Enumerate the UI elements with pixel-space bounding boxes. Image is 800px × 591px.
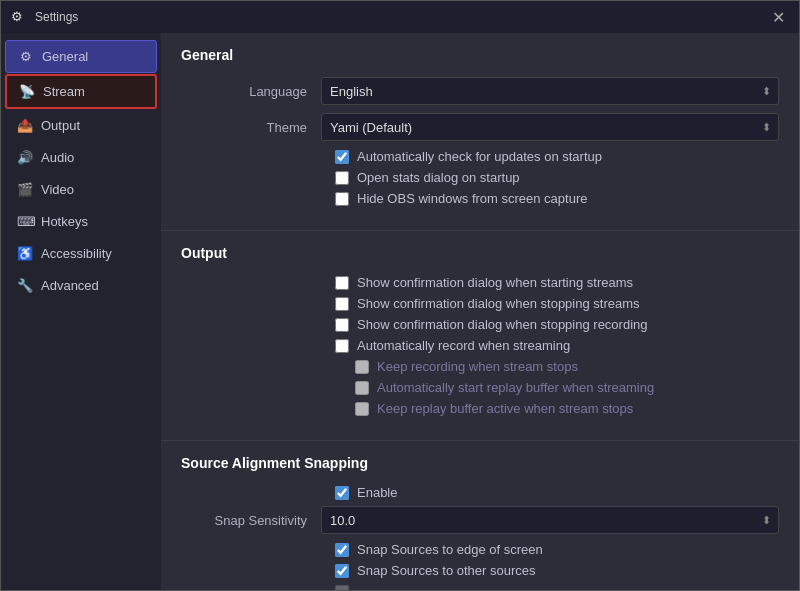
general-icon: ⚙	[18, 49, 34, 64]
theme-row: Theme Yami (Default)	[181, 113, 779, 141]
audio-icon: 🔊	[17, 150, 33, 165]
checkbox-confirm-stop-recording-label: Show confirmation dialog when stopping r…	[357, 317, 648, 332]
main-panel: General Language English Theme Yami (Def…	[161, 33, 799, 590]
checkbox-hide-obs-row: Hide OBS windows from screen capture	[181, 191, 779, 206]
sidebar-label-advanced: Advanced	[41, 278, 99, 293]
checkbox-snap-sources[interactable]	[335, 564, 349, 578]
checkbox-snap-sources-row: Snap Sources to other sources	[181, 563, 779, 578]
checkbox-snap-edge[interactable]	[335, 543, 349, 557]
checkbox-keep-replay-active-label: Keep replay buffer active when stream st…	[377, 401, 633, 416]
checkbox-snap-extra-row: —	[181, 584, 779, 590]
sidebar-item-advanced[interactable]: 🔧 Advanced	[5, 270, 157, 301]
checkbox-auto-record-label: Automatically record when streaming	[357, 338, 570, 353]
theme-label: Theme	[181, 120, 321, 135]
checkbox-auto-record[interactable]	[335, 339, 349, 353]
sidebar-label-stream: Stream	[43, 84, 85, 99]
checkbox-auto-start-replay-label: Automatically start replay buffer when s…	[377, 380, 654, 395]
sidebar-item-accessibility[interactable]: ♿ Accessibility	[5, 238, 157, 269]
accessibility-icon: ♿	[17, 246, 33, 261]
checkbox-snapping-enable-label: Enable	[357, 485, 397, 500]
hotkeys-icon: ⌨	[17, 214, 33, 229]
general-section-title: General	[181, 47, 779, 63]
checkbox-confirm-start-label: Show confirmation dialog when starting s…	[357, 275, 633, 290]
snap-sensitivity-wrapper: 10.0	[321, 506, 779, 534]
sidebar-item-output[interactable]: 📤 Output	[5, 110, 157, 141]
language-select[interactable]: English	[321, 77, 779, 105]
output-section-title: Output	[181, 245, 779, 261]
checkbox-snap-extra-label: —	[357, 584, 370, 590]
sidebar-label-general: General	[42, 49, 88, 64]
checkbox-auto-update-label: Automatically check for updates on start…	[357, 149, 602, 164]
advanced-icon: 🔧	[17, 278, 33, 293]
checkbox-stats-dialog-row: Open stats dialog on startup	[181, 170, 779, 185]
checkbox-stats-dialog-label: Open stats dialog on startup	[357, 170, 520, 185]
theme-select-wrapper: Yami (Default)	[321, 113, 779, 141]
snapping-section-title: Source Alignment Snapping	[181, 455, 779, 471]
checkbox-snap-sources-label: Snap Sources to other sources	[357, 563, 536, 578]
checkbox-auto-start-replay[interactable]	[355, 381, 369, 395]
language-label: Language	[181, 84, 321, 99]
sidebar-label-hotkeys: Hotkeys	[41, 214, 88, 229]
titlebar: ⚙ Settings ✕	[1, 1, 799, 33]
checkbox-confirm-start-row: Show confirmation dialog when starting s…	[181, 275, 779, 290]
checkbox-confirm-stop-stream-label: Show confirmation dialog when stopping s…	[357, 296, 640, 311]
checkbox-stats-dialog[interactable]	[335, 171, 349, 185]
checkbox-confirm-stop-recording[interactable]	[335, 318, 349, 332]
checkbox-confirm-stop-stream[interactable]	[335, 297, 349, 311]
close-button[interactable]: ✕	[768, 8, 789, 27]
checkbox-keep-replay-active-row: Keep replay buffer active when stream st…	[181, 401, 779, 416]
checkbox-auto-update-row: Automatically check for updates on start…	[181, 149, 779, 164]
checkbox-snap-extra[interactable]	[335, 585, 349, 591]
sidebar-label-accessibility: Accessibility	[41, 246, 112, 261]
checkbox-hide-obs[interactable]	[335, 192, 349, 206]
sidebar-item-audio[interactable]: 🔊 Audio	[5, 142, 157, 173]
language-row: Language English	[181, 77, 779, 105]
sidebar-label-output: Output	[41, 118, 80, 133]
sidebar-item-hotkeys[interactable]: ⌨ Hotkeys	[5, 206, 157, 237]
checkbox-auto-record-row: Automatically record when streaming	[181, 338, 779, 353]
checkbox-confirm-stop-stream-row: Show confirmation dialog when stopping s…	[181, 296, 779, 311]
sidebar-item-stream[interactable]: 📡 Stream	[5, 74, 157, 109]
checkbox-keep-recording-label: Keep recording when stream stops	[377, 359, 578, 374]
titlebar-title: Settings	[35, 10, 78, 24]
sidebar-item-video[interactable]: 🎬 Video	[5, 174, 157, 205]
checkbox-snap-edge-label: Snap Sources to edge of screen	[357, 542, 543, 557]
stream-icon: 📡	[19, 84, 35, 99]
checkbox-auto-start-replay-row: Automatically start replay buffer when s…	[181, 380, 779, 395]
output-icon: 📤	[17, 118, 33, 133]
checkbox-keep-replay-active[interactable]	[355, 402, 369, 416]
checkbox-snapping-enable-row: Enable	[181, 485, 779, 500]
checkbox-hide-obs-label: Hide OBS windows from screen capture	[357, 191, 587, 206]
video-icon: 🎬	[17, 182, 33, 197]
checkbox-auto-update[interactable]	[335, 150, 349, 164]
language-select-wrapper: English	[321, 77, 779, 105]
sidebar: ⚙ General 📡 Stream 📤 Output 🔊 Audio 🎬 Vi	[1, 33, 161, 590]
sidebar-label-audio: Audio	[41, 150, 74, 165]
sidebar-label-video: Video	[41, 182, 74, 197]
checkbox-keep-recording-row: Keep recording when stream stops	[181, 359, 779, 374]
theme-select[interactable]: Yami (Default)	[321, 113, 779, 141]
settings-window: ⚙ Settings ✕ ⚙ General 📡 Stream 📤 Output	[0, 0, 800, 591]
checkbox-confirm-stop-recording-row: Show confirmation dialog when stopping r…	[181, 317, 779, 332]
checkbox-snap-edge-row: Snap Sources to edge of screen	[181, 542, 779, 557]
snap-sensitivity-label: Snap Sensitivity	[181, 513, 321, 528]
general-section: General Language English Theme Yami (Def…	[161, 33, 799, 231]
checkbox-keep-recording[interactable]	[355, 360, 369, 374]
checkbox-confirm-start[interactable]	[335, 276, 349, 290]
snapping-section: Source Alignment Snapping Enable Snap Se…	[161, 441, 799, 590]
output-section: Output Show confirmation dialog when sta…	[161, 231, 799, 441]
snap-sensitivity-select[interactable]: 10.0	[321, 506, 779, 534]
sidebar-item-general[interactable]: ⚙ General	[5, 40, 157, 73]
titlebar-left: ⚙ Settings	[11, 9, 78, 25]
settings-icon: ⚙	[11, 9, 27, 25]
main-content: ⚙ General 📡 Stream 📤 Output 🔊 Audio 🎬 Vi	[1, 33, 799, 590]
checkbox-snapping-enable[interactable]	[335, 486, 349, 500]
snap-sensitivity-row: Snap Sensitivity 10.0	[181, 506, 779, 534]
